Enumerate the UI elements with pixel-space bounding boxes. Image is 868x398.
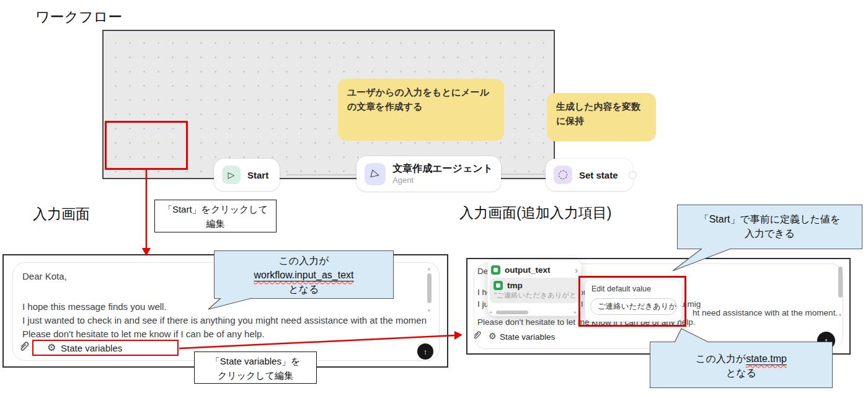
bubble-text: 入力できる: [678, 226, 862, 241]
message-line: Dear Kota,: [22, 271, 67, 281]
canvas-note-create-mail[interactable]: ユーザからの入力をもとにメールの文章を作成する: [338, 79, 504, 141]
paperclip-icon[interactable]: [19, 342, 30, 355]
bubble-text: となる: [650, 366, 832, 380]
send-arrow-icon: ↑: [423, 347, 428, 356]
screenshot-root: ワークフロー 入力画面 入力画面(追加入力項目) ユーザからの入力をもとにメール…: [0, 0, 868, 398]
bubble-text: この入力が: [215, 254, 393, 268]
annotation-bubble-input-as-text: この入力が workflow.input_as_text となる: [214, 250, 394, 299]
annotation-bubble-predefined: 「Start」で事前に定義した値を 入力できる: [677, 205, 862, 249]
code-reference: workflow.input_as_text: [254, 270, 354, 280]
canvas-note-keep-variable[interactable]: 生成した内容を変数に保持: [547, 93, 656, 141]
variable-icon: [494, 281, 503, 290]
menu-item-label: tmp: [507, 281, 523, 290]
set-state-icon: [554, 166, 572, 184]
node-set-state[interactable]: Set state: [546, 159, 633, 191]
callout-text: クリックして編集: [195, 368, 316, 383]
scroll-down-icon[interactable]: ▼: [838, 313, 843, 318]
node-output-port[interactable]: [629, 171, 637, 179]
edge-agent-setstate: [501, 174, 545, 175]
bubble-text: この入力が: [696, 353, 746, 364]
message-line: ht need assistance with at the moment.: [693, 308, 838, 317]
node-agent[interactable]: ▷ 文章作成エージェント Agent: [356, 156, 501, 192]
state-variables-button[interactable]: State variables: [500, 332, 555, 342]
annotation-bubble-state-tmp: この入力がstate.tmp となる: [650, 342, 833, 388]
bubble-text: となる: [215, 282, 393, 296]
code-reference: state.tmp: [746, 353, 787, 364]
send-button[interactable]: ↑: [417, 343, 433, 360]
paperclip-icon[interactable]: [472, 331, 482, 343]
input-screen-heading: 入力画面: [33, 205, 90, 224]
annotation-box-state-variables: [32, 340, 179, 356]
callout-text: 「State variables」を: [195, 354, 316, 368]
callout-text: 「Start」をクリックして: [155, 202, 276, 216]
node-agent-label: 文章作成エージェント: [392, 163, 493, 174]
play-icon: ▷: [222, 166, 241, 184]
menu-item-tmp-row[interactable]: tmp: [494, 280, 575, 291]
variable-icon: [491, 265, 500, 275]
scroll-up-icon[interactable]: ▲: [427, 267, 432, 272]
input-screen-extra-heading: 入力画面(追加入力項目): [459, 203, 611, 223]
node-agent-sublabel: Agent: [392, 175, 414, 185]
arrowhead-right: [454, 331, 463, 340]
workflow-heading: ワークフロー: [35, 7, 122, 27]
message-line: Please don't hesitate to let me know if …: [22, 329, 265, 339]
annotation-box-popover: [578, 276, 686, 327]
annotation-callout-start-click: 「Start」をクリックして 編集: [154, 200, 277, 232]
node-set-state-label: Set state: [579, 170, 618, 180]
menu-item-label: output_text: [505, 265, 551, 275]
annotation-box-start: [105, 121, 188, 170]
scrollbar[interactable]: [427, 273, 432, 303]
scrollbar[interactable]: [838, 267, 843, 298]
menu-item-preview: "ご連絡いただきありがとうござい: [494, 291, 578, 300]
bubble-text: 「Start」で事前に定義した値を: [678, 212, 862, 226]
node-start-label: Start: [247, 170, 268, 180]
agent-cursor-icon: ▷: [365, 163, 386, 185]
chevron-right-icon: ›: [575, 265, 578, 275]
scroll-right-icon[interactable]: ▸: [574, 310, 577, 315]
edge-start-agent: [286, 174, 356, 175]
message-line: I hope this message finds you well.: [22, 301, 167, 312]
annotation-callout-state-click: 「State variables」を クリックして編集: [194, 352, 317, 384]
callout-text: 編集: [155, 216, 276, 231]
scroll-down-icon[interactable]: ▼: [427, 309, 432, 314]
menu-item-output-text[interactable]: output_text ›: [491, 263, 578, 276]
message-line: I just wanted to check in and see if the…: [22, 315, 427, 325]
gear-icon: ⚙: [489, 331, 497, 341]
node-start[interactable]: ▷ Start: [214, 159, 280, 191]
horizontal-scrollbar[interactable]: [496, 311, 528, 314]
scroll-left-icon[interactable]: ◂: [489, 310, 492, 315]
